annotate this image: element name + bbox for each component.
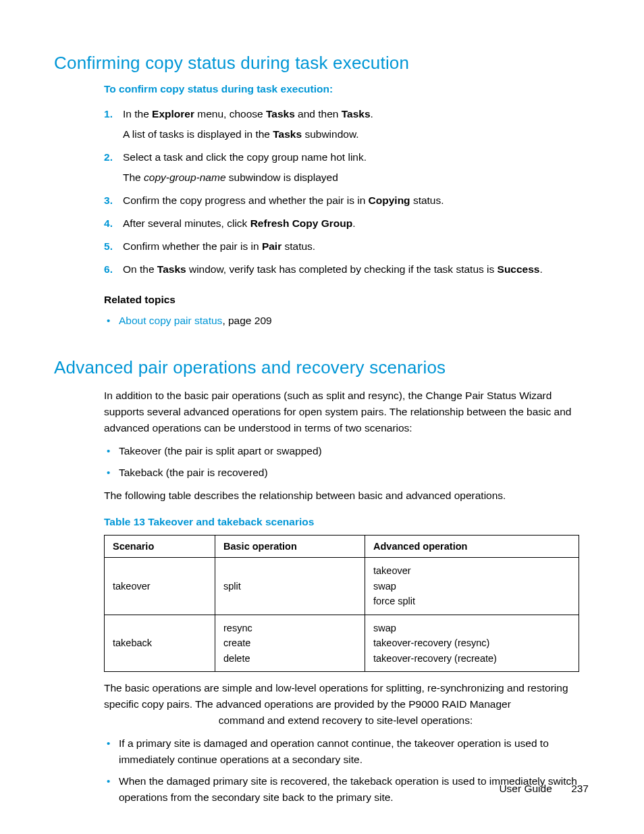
bullet-takeover: Takeover (the pair is split apart or swa… — [104, 443, 587, 459]
step-1-sub: A list of tasks is displayed in the Task… — [123, 126, 590, 142]
confirming-block: To confirm copy status during task execu… — [104, 83, 590, 329]
th-scenario: Scenario — [105, 536, 215, 558]
table-header-row: Scenario Basic operation Advanced operat… — [105, 536, 579, 558]
step-2-sub: The copy-group-name subwindow is display… — [123, 170, 590, 186]
intro-line: To confirm copy status during task execu… — [104, 83, 590, 95]
step-5: Confirm whether the pair is in Pair stat… — [104, 238, 590, 255]
page: Confirming copy status during task execu… — [0, 0, 644, 834]
page-number: 237 — [571, 783, 589, 794]
footer-label: User Guide — [499, 783, 552, 794]
step-3: Confirm the copy progress and whether th… — [104, 192, 590, 209]
th-basic: Basic operation — [215, 536, 365, 558]
table-caption: Table 13 Takeover and takeback scenarios — [104, 516, 587, 528]
related-topics-heading: Related topics — [104, 294, 590, 306]
spacer — [54, 334, 590, 357]
advanced-block: In addition to the basic pair operations… — [104, 388, 587, 806]
scenario-table: Scenario Basic operation Advanced operat… — [104, 535, 579, 672]
adv-para-1: In addition to the basic pair operations… — [104, 388, 587, 436]
scenario-bullets: Takeover (the pair is split apart or swa… — [104, 443, 587, 481]
cell-basic: resync create delete — [215, 615, 365, 671]
step-6: On the Tasks window, verify task has com… — [104, 261, 590, 278]
step-1: In the Explorer menu, choose Tasks and t… — [104, 106, 590, 142]
heading-confirming: Confirming copy status during task execu… — [54, 53, 590, 74]
table-row: takeover split takeover swap force split — [105, 558, 579, 615]
cell-basic: split — [215, 558, 365, 615]
cell-scenario: takeover — [105, 558, 215, 615]
table-row: takeback resync create delete swap takeo… — [105, 615, 579, 671]
cell-scenario: takeback — [105, 615, 215, 671]
adv-para-3a: The basic operations are simple and low-… — [104, 680, 587, 712]
step-2: Select a task and click the copy group n… — [104, 149, 590, 186]
adv-para-2: The following table describes the relati… — [104, 488, 587, 504]
site-bullets: If a primary site is damaged and operati… — [104, 735, 587, 806]
related-item: About copy pair status, page 209 — [104, 313, 590, 329]
related-topics-list: About copy pair status, page 209 — [104, 313, 590, 329]
th-advanced: Advanced operation — [365, 536, 579, 558]
bullet-takeback: Takeback (the pair is recovered) — [104, 465, 587, 481]
heading-advanced: Advanced pair operations and recovery sc… — [54, 357, 590, 378]
cell-advanced: takeover swap force split — [365, 558, 579, 615]
cell-advanced: swap takeover-recovery (resync) takeover… — [365, 615, 579, 671]
adv-para-3b: command and extend recovery to site-leve… — [104, 712, 587, 729]
related-link[interactable]: About copy pair status — [119, 315, 222, 326]
page-footer: User Guide 237 — [499, 783, 589, 795]
bullet-primary-damaged: If a primary site is damaged and operati… — [104, 735, 587, 768]
step-4: After several minutes, click Refresh Cop… — [104, 215, 590, 232]
confirming-steps: In the Explorer menu, choose Tasks and t… — [104, 106, 590, 278]
